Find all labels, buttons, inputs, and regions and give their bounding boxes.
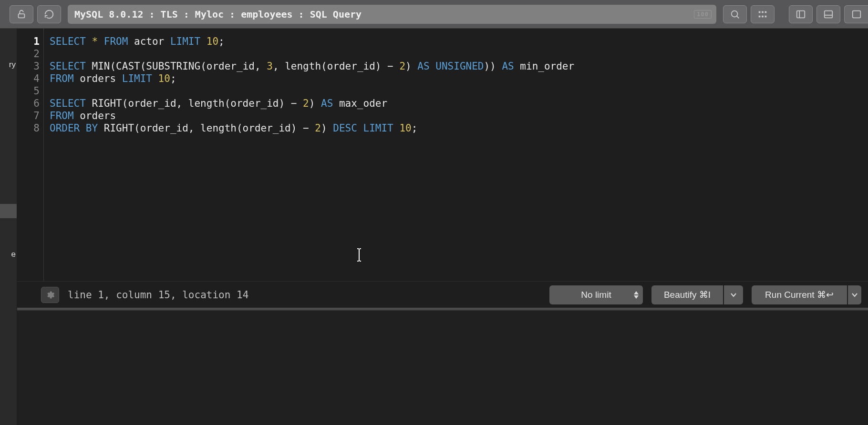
breadcrumb-text: MySQL 8.0.12 : TLS : Myloc : employees :… xyxy=(74,9,362,20)
breadcrumb[interactable]: MySQL 8.0.12 : TLS : Myloc : employees :… xyxy=(68,5,716,24)
chevron-down-icon xyxy=(730,293,737,297)
unlock-icon xyxy=(16,9,27,20)
grid-button[interactable] xyxy=(751,5,775,23)
svg-rect-0 xyxy=(19,14,25,18)
editor-footer: line 1, column 15, location 14 No limit … xyxy=(17,281,868,308)
layout-sidebar-button[interactable] xyxy=(789,5,813,23)
sql-editor[interactable]: 12345678 SELECT * FROM actor LIMIT 10;SE… xyxy=(17,29,868,281)
sidebar-item[interactable]: ry xyxy=(9,57,17,72)
beautify-button[interactable]: Beautify ⌘I xyxy=(651,285,723,304)
limit-select-label: No limit xyxy=(581,290,611,300)
sidebar-item-highlight[interactable] xyxy=(0,204,17,218)
refresh-button[interactable] xyxy=(37,5,61,23)
search-button[interactable] xyxy=(723,5,747,23)
beautify-label: Beautify ⌘I xyxy=(664,289,711,300)
svg-rect-8 xyxy=(797,10,805,18)
beautify-dropdown[interactable] xyxy=(724,285,743,304)
top-toolbar: MySQL 8.0.12 : TLS : Myloc : employees :… xyxy=(0,0,868,29)
run-label: Run Current ⌘↩ xyxy=(765,289,834,300)
layout-right-button[interactable] xyxy=(844,5,868,23)
gear-icon xyxy=(45,290,55,300)
svg-rect-12 xyxy=(852,10,860,18)
code-area[interactable]: SELECT * FROM actor LIMIT 10;SELECT MIN(… xyxy=(44,29,580,281)
layout-bottom-icon xyxy=(823,9,834,20)
run-button[interactable]: Run Current ⌘↩ xyxy=(752,285,847,304)
layout-bottom-button[interactable] xyxy=(816,5,840,23)
breadcrumb-badge: 100 xyxy=(694,10,712,19)
lock-button[interactable] xyxy=(10,5,33,23)
sidebar-item[interactable]: e xyxy=(11,247,17,262)
text-cursor-icon xyxy=(356,248,362,262)
search-icon xyxy=(730,9,740,20)
svg-rect-3 xyxy=(762,11,764,13)
limit-select[interactable]: No limit xyxy=(549,285,643,304)
refresh-icon xyxy=(44,9,54,20)
cursor-status: line 1, column 15, location 14 xyxy=(68,289,248,301)
run-dropdown[interactable] xyxy=(848,285,861,304)
svg-rect-2 xyxy=(759,11,761,13)
svg-rect-5 xyxy=(759,15,761,17)
svg-rect-4 xyxy=(765,11,767,13)
svg-rect-10 xyxy=(825,10,833,18)
grid-icon xyxy=(757,9,768,20)
settings-button[interactable] xyxy=(41,287,59,303)
svg-rect-6 xyxy=(762,15,764,17)
layout-sidebar-icon xyxy=(796,9,806,20)
svg-point-1 xyxy=(732,10,738,17)
chevron-down-icon xyxy=(851,293,858,297)
svg-rect-7 xyxy=(765,15,767,17)
stepper-icon xyxy=(633,291,639,299)
main-area: ry e 12345678 SELECT * FROM actor LIMIT … xyxy=(0,29,868,425)
editor-column: 12345678 SELECT * FROM actor LIMIT 10;SE… xyxy=(17,29,868,425)
layout-right-icon xyxy=(851,9,862,20)
line-gutter: 12345678 xyxy=(17,29,44,281)
left-sidebar: ry e xyxy=(0,29,17,425)
results-pane xyxy=(17,311,868,425)
